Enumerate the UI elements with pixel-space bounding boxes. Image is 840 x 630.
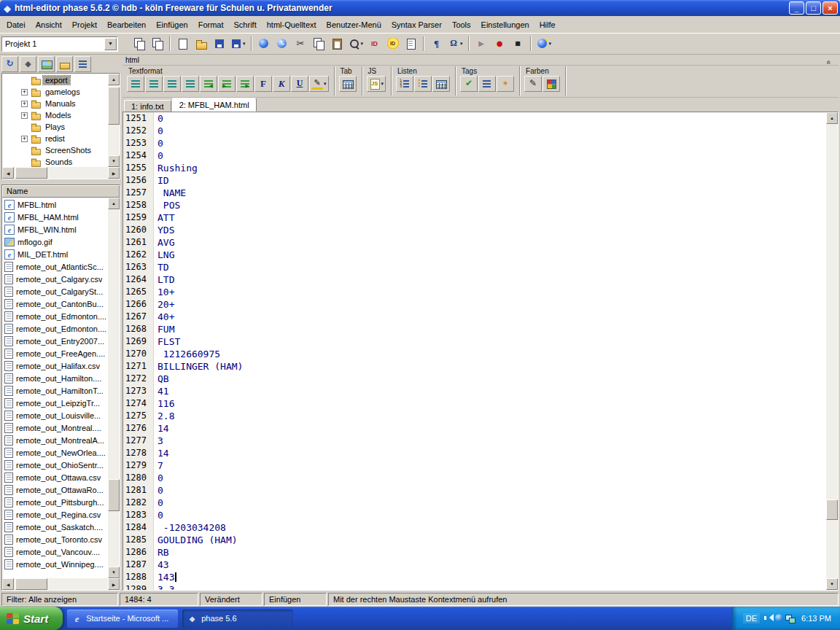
bold-button[interactable]: F — [254, 76, 272, 92]
tree-item-manuals[interactable]: +Manuals — [2, 98, 108, 109]
check-tag-button[interactable]: ✔ — [460, 76, 478, 92]
code-line[interactable]: 1259ATT — [123, 211, 826, 224]
align-center-button[interactable] — [145, 76, 163, 92]
code-line[interactable]: 1264LTD — [123, 273, 826, 286]
scroll-right-button[interactable] — [108, 167, 120, 179]
menu-item-tools[interactable]: Tools — [447, 18, 476, 32]
code-line[interactable]: 12830 — [123, 509, 826, 521]
tag-list-button[interactable] — [478, 76, 496, 92]
file-item-remote-out-vancouv[interactable]: remote_out_Vancouv.... — [2, 545, 108, 558]
file-item-remote-out-edmonton[interactable]: remote_out_Edmonton.... — [2, 310, 108, 322]
web-preview-button[interactable] — [255, 35, 273, 53]
file-item-remote-out-freeagen[interactable]: remote_out_FreeAgen.... — [2, 347, 108, 359]
file-item-remote-out-winnipeg[interactable]: remote_out_Winnipeg.... — [2, 558, 108, 570]
thumbnails-button[interactable] — [38, 56, 55, 72]
special-chars-button[interactable]: Ω▾ — [446, 35, 465, 53]
scroll-down-button[interactable] — [108, 155, 120, 167]
scroll-down-button[interactable] — [108, 567, 120, 578]
file-item-remote-out-calgary-csv[interactable]: remote_out_Calgary.csv — [2, 273, 108, 285]
code-line[interactable]: 12773 — [123, 435, 826, 447]
code-line[interactable]: 12893.3 — [123, 583, 826, 590]
tree-item-redist[interactable]: +redist — [2, 133, 108, 144]
file-item-remote-out-calgaryst[interactable]: remote_out_CalgarySt... — [2, 285, 108, 298]
custom-tag-button[interactable]: ✶ — [497, 76, 514, 92]
code-line[interactable]: 1257 NAME — [123, 187, 826, 199]
code-line[interactable]: 1263TD — [123, 261, 826, 273]
code-line[interactable]: 12520 — [123, 125, 826, 137]
code-line[interactable]: 1274116 — [123, 397, 826, 410]
editor-vertical-scrollbar[interactable] — [826, 112, 838, 590]
code-line[interactable]: 1260YDS — [123, 224, 826, 236]
file-item-remote-out-montreala[interactable]: remote_out_MontrealA... — [2, 434, 108, 446]
scroll-up-button[interactable] — [108, 74, 120, 85]
new-file-button[interactable] — [174, 35, 192, 53]
mark-id-button[interactable]: ID — [384, 35, 402, 53]
history-button[interactable] — [273, 35, 292, 53]
code-line[interactable]: 12510 — [123, 112, 826, 125]
underline-button[interactable]: U — [291, 76, 308, 92]
menu-item-syntax-parser[interactable]: Syntax Parser — [386, 18, 447, 32]
goto-id-button[interactable]: ID — [365, 35, 384, 53]
scroll-left-button[interactable] — [2, 578, 14, 590]
align-left-button[interactable] — [127, 76, 144, 92]
files-column-header[interactable]: Name — [2, 185, 120, 198]
tree-item-sounds[interactable]: Sounds — [2, 156, 108, 167]
code-line[interactable]: 1269FLST — [123, 335, 826, 348]
close-button[interactable]: × — [822, 1, 838, 15]
menu-item-hilfe[interactable]: Hilfe — [534, 18, 561, 32]
code-line[interactable]: 127341 — [123, 385, 826, 397]
taskbar-task-phase-5-6[interactable]: phase 5.6 — [182, 610, 293, 628]
color-picker-button[interactable] — [542, 76, 560, 92]
project-options-button[interactable]: ◆ — [20, 56, 36, 72]
maximize-button[interactable]: □ — [806, 1, 821, 15]
expand-plus-icon[interactable]: + — [21, 101, 28, 107]
code-line[interactable]: 126510+ — [123, 286, 826, 298]
volume-icon[interactable] — [763, 612, 774, 623]
code-line[interactable]: 1285GOULDING (HAM) — [123, 534, 826, 546]
code-line[interactable]: 1271BILLINGER (HAM) — [123, 360, 826, 373]
code-line[interactable]: 12752.8 — [123, 410, 826, 422]
save-button[interactable] — [210, 35, 228, 53]
code-line[interactable]: 12800 — [123, 472, 826, 484]
code-line[interactable]: 128743 — [123, 559, 826, 571]
tab-1-info-txt[interactable]: 1: info.txt — [124, 100, 171, 112]
tree-item-screenshots[interactable]: ScreenShots — [2, 144, 108, 156]
menu-item-benutzer-men[interactable]: Benutzer-Menü — [322, 18, 386, 32]
code-line[interactable]: 1268FUM — [123, 323, 826, 335]
refresh-project-button[interactable]: ↻ — [1, 56, 18, 72]
tree-vertical-scrollbar[interactable] — [108, 74, 120, 167]
file-item-remote-out-toronto-csv[interactable]: remote_out_Toronto.csv — [2, 533, 108, 545]
code-line[interactable]: 12540 — [123, 149, 826, 162]
file-item-mil-det-html[interactable]: MIL_DET.html — [2, 248, 108, 260]
file-item-mfbl-html[interactable]: MFBL.html — [2, 198, 108, 211]
file-item-remote-out-montreal[interactable]: remote_out_Montreal.... — [2, 421, 108, 434]
page-preview-button[interactable] — [402, 35, 420, 53]
scroll-thumb[interactable] — [826, 499, 838, 520]
expand-plus-icon[interactable]: + — [21, 89, 28, 96]
font-color-button[interactable]: ✎▾ — [309, 76, 329, 92]
definition-list-button[interactable] — [432, 76, 450, 92]
code-line[interactable]: 1256ID — [123, 174, 826, 187]
code-line[interactable]: 126620+ — [123, 298, 826, 311]
code-line[interactable]: 1286RB — [123, 546, 826, 559]
insert-table-button[interactable] — [339, 76, 357, 92]
file-item-remote-out-atlanticsc[interactable]: remote_out_AtlanticSc... — [2, 260, 108, 273]
code-line[interactable]: 1288143 — [123, 571, 826, 583]
combo-dropdown-icon[interactable] — [104, 38, 117, 50]
scroll-up-button[interactable] — [108, 198, 120, 209]
code-line[interactable]: 1258 POS — [123, 199, 826, 211]
file-item-remote-out-hamilton[interactable]: remote_out_Hamilton.... — [2, 372, 108, 384]
network-icon[interactable] — [785, 612, 796, 623]
clock[interactable]: 6:13 PM — [801, 614, 831, 623]
print-button[interactable] — [130, 35, 148, 53]
ordered-list-button[interactable] — [396, 76, 413, 92]
collapse-toolbar-button[interactable]: « — [822, 56, 836, 65]
files-horizontal-scrollbar[interactable] — [2, 578, 120, 590]
file-item-remote-out-leipzigtr[interactable]: remote_out_LeipzigTr... — [2, 397, 108, 409]
file-item-remote-out-louisville[interactable]: remote_out_Louisville... — [2, 409, 108, 421]
file-item-remote-out-neworlea[interactable]: remote_out_NewOrlea.... — [2, 446, 108, 459]
menu-item-schrift[interactable]: Schrift — [229, 18, 262, 32]
menu-item-einf-gen[interactable]: Einfügen — [151, 18, 192, 32]
folder-view-button[interactable] — [56, 56, 73, 72]
files-vertical-scrollbar[interactable] — [108, 198, 120, 578]
